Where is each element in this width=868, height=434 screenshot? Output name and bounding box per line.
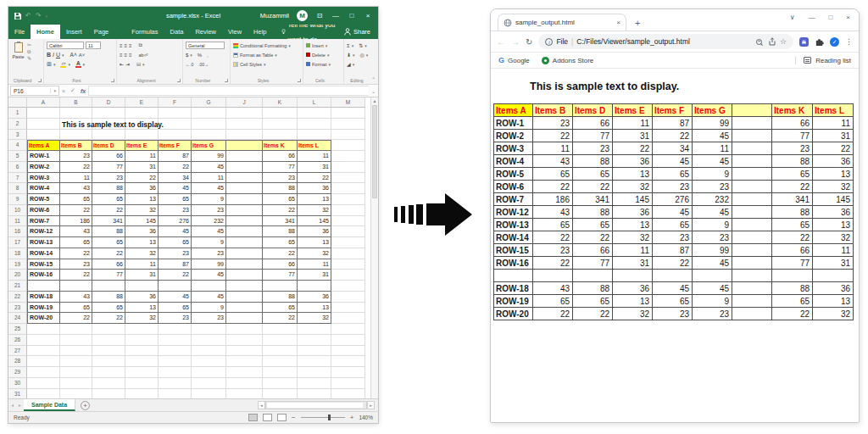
excel-cell-F19[interactable]: 87 — [159, 259, 192, 270]
excel-cell-J31[interactable] — [226, 389, 263, 399]
excel-row-header-17[interactable]: 17 — [8, 237, 27, 248]
excel-col-header-J[interactable]: J — [226, 97, 263, 108]
excel-cell-M26[interactable] — [331, 335, 365, 346]
excel-cell-E10[interactable]: 32 — [125, 205, 159, 216]
excel-cell-A20[interactable]: ROW-16 — [27, 270, 60, 281]
excel-row-header-21[interactable]: 21 — [8, 281, 27, 292]
excel-row-header-2[interactable]: 2 — [8, 119, 27, 130]
tab-search-icon[interactable]: ∨ — [790, 14, 795, 21]
excel-cell-D20[interactable]: 77 — [92, 270, 125, 281]
excel-cell-F4[interactable]: Items F — [159, 140, 192, 151]
browser-menu-icon[interactable]: ⋮ — [845, 37, 853, 46]
excel-user-name[interactable]: Muzammil — [260, 12, 289, 19]
excel-cell-A30[interactable] — [27, 378, 60, 389]
find-select-icon[interactable]: ◎ — [360, 52, 364, 58]
excel-cell-B4[interactable]: Items B — [60, 140, 92, 151]
excel-cell-M25[interactable] — [331, 324, 365, 335]
excel-cell-B10[interactable]: 22 — [60, 205, 92, 216]
excel-cell-J26[interactable] — [226, 335, 263, 346]
excel-cell-A18[interactable]: ROW-14 — [27, 248, 60, 259]
dialog-launcher-icon[interactable] — [225, 79, 228, 82]
format-cells-button[interactable]: Format — [312, 62, 326, 67]
excel-cell-M23[interactable] — [331, 303, 365, 314]
comma-icon[interactable]: , — [207, 53, 209, 58]
excel-cell-K27[interactable] — [263, 346, 298, 357]
font-size-select[interactable]: 11 — [86, 42, 101, 49]
excel-cell-D16[interactable]: 88 — [92, 226, 125, 237]
excel-cell-E21[interactable] — [125, 281, 159, 292]
excel-cell-G17[interactable]: 9 — [192, 237, 226, 248]
excel-cell-F1[interactable] — [159, 108, 192, 119]
excel-cell-L8[interactable]: 36 — [298, 183, 331, 194]
excel-cell-G26[interactable] — [192, 335, 226, 346]
dialog-launcher-icon[interactable] — [111, 79, 114, 82]
excel-cell-A6[interactable]: ROW-2 — [27, 162, 60, 173]
excel-row-header-4[interactable]: 4 — [8, 140, 27, 151]
excel-cell-B25[interactable] — [60, 324, 92, 335]
excel-cell-A10[interactable]: ROW-6 — [27, 205, 60, 216]
excel-cell-B21[interactable] — [60, 281, 92, 292]
excel-cell-L22[interactable]: 36 — [298, 292, 331, 303]
excel-cell-M16[interactable] — [331, 226, 365, 237]
excel-cell-M19[interactable] — [331, 259, 365, 270]
excel-cell-B11[interactable]: 186 — [60, 216, 92, 227]
excel-cell-B8[interactable]: 43 — [60, 183, 92, 194]
excel-cell-M2[interactable] — [331, 119, 365, 130]
cell-styles-button[interactable]: Cell Styles — [240, 62, 262, 67]
address-bar[interactable]: i File | C:/Files/Viewer/sample_output.h… — [538, 34, 793, 49]
excel-cell-D28[interactable] — [92, 356, 125, 367]
excel-cell-A21[interactable] — [27, 281, 60, 292]
excel-cell-B22[interactable]: 43 — [60, 292, 92, 303]
excel-cell-L28[interactable] — [298, 356, 331, 367]
excel-row-header-30[interactable]: 30 — [8, 378, 27, 389]
excel-cell-J4[interactable] — [226, 140, 263, 151]
decrease-decimal-icon[interactable]: .00→ — [198, 62, 209, 67]
new-tab-button[interactable]: + — [635, 18, 640, 28]
excel-cell-M3[interactable] — [331, 130, 365, 141]
excel-cell-B16[interactable]: 43 — [60, 226, 92, 237]
excel-cell-E11[interactable]: 145 — [125, 216, 159, 227]
zoom-in-button[interactable]: + — [350, 414, 354, 421]
excel-cell-J7[interactable] — [226, 173, 263, 184]
excel-row-header-23[interactable]: 23 — [8, 303, 27, 314]
excel-cell-F7[interactable]: 34 — [159, 173, 192, 184]
excel-cell-G24[interactable]: 23 — [192, 313, 226, 324]
excel-cell-F30[interactable] — [159, 378, 192, 389]
excel-cell-B2[interactable]: This is sample text to display. — [60, 119, 92, 130]
excel-cell-D18[interactable]: 22 — [92, 248, 125, 259]
zoom-slider-thumb[interactable] — [328, 415, 331, 420]
excel-cell-L4[interactable]: Items L — [298, 140, 331, 151]
excel-row-header-6[interactable]: 6 — [8, 162, 27, 173]
excel-row-header-11[interactable]: 11 — [8, 216, 27, 227]
sheet-nav-next-icon[interactable]: ▸ — [16, 399, 24, 411]
excel-cell-G4[interactable]: Items G — [192, 140, 226, 151]
borders-icon[interactable]: ⊞ — [47, 61, 52, 68]
excel-tab-data[interactable]: Data — [164, 25, 190, 39]
excel-tab-page-layout[interactable]: Page Layout — [88, 25, 126, 39]
excel-cell-L2[interactable] — [298, 119, 331, 130]
align-left-icon[interactable]: ≡ — [120, 53, 123, 58]
dialog-launcher-icon[interactable] — [38, 79, 42, 82]
excel-cell-J18[interactable] — [226, 248, 263, 259]
excel-cell-J5[interactable] — [226, 151, 263, 162]
excel-cell-E30[interactable] — [125, 378, 159, 389]
bookmark-addons-store[interactable]: Addons Store — [542, 57, 593, 64]
excel-cell-D30[interactable] — [92, 378, 125, 389]
excel-cell-D19[interactable]: 66 — [92, 259, 125, 270]
excel-cell-G29[interactable] — [192, 367, 226, 378]
sheet-tab-sample-data[interactable]: Sample Data — [24, 399, 75, 411]
excel-cell-K11[interactable]: 341 — [263, 216, 298, 227]
zoom-level[interactable]: 140% — [359, 415, 373, 420]
bookmark-star-icon[interactable]: ☆ — [780, 37, 787, 46]
excel-row-header-8[interactable]: 8 — [8, 183, 27, 194]
cut-icon[interactable]: ✂ — [27, 42, 31, 48]
excel-cell-A29[interactable] — [27, 367, 60, 378]
excel-cell-M18[interactable] — [331, 248, 365, 259]
excel-cell-B29[interactable] — [60, 367, 92, 378]
excel-cell-K17[interactable]: 65 — [263, 237, 298, 248]
excel-cell-J24[interactable] — [226, 313, 263, 324]
excel-cell-B19[interactable]: 23 — [60, 259, 92, 270]
excel-cell-B28[interactable] — [60, 356, 92, 367]
excel-cell-J1[interactable] — [226, 108, 263, 119]
excel-cell-B27[interactable] — [60, 346, 92, 357]
